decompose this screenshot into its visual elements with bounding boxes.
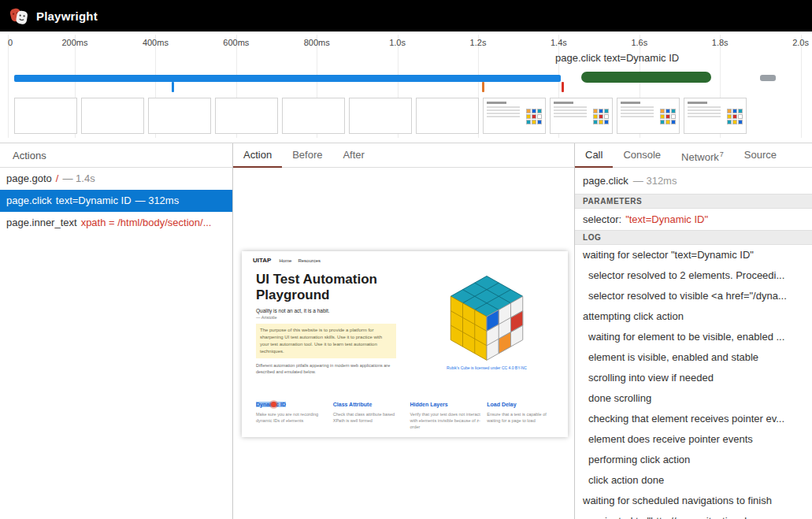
actions-list: page.goto/— 1.4spage.clicktext=Dynamic I… (0, 168, 232, 234)
call-tabs: CallConsoleNetwork7Source (575, 143, 812, 168)
timeline-event-marker[interactable] (482, 82, 484, 92)
filmstrip-thumbnail[interactable] (81, 98, 144, 134)
thumbnail-page-lines (621, 102, 657, 130)
dom-snapshot: UITAP HomeResources UI Test Automation P… (242, 251, 568, 437)
thumbnail-text-line (554, 116, 587, 117)
thumbnail-cube-cell (738, 120, 743, 124)
snapshot-tabs: ActionBeforeAfter (233, 143, 574, 168)
action-name: page.click (6, 195, 52, 206)
thumbnail-text-line (487, 109, 520, 111)
thumbnail-cube-cell (532, 109, 536, 113)
playground-link[interactable]: Load Delay (487, 402, 516, 407)
playground-link[interactable]: Hidden Layers (410, 402, 448, 407)
thumbnail-cube-cell (671, 114, 676, 119)
thumbnail-cube-cell (526, 120, 531, 124)
thumbnail-text-line (487, 113, 520, 114)
playground-link-card: Dynamic IDMake sure you are not recordin… (256, 395, 328, 431)
tab-console[interactable]: Console (613, 143, 671, 168)
thumbnail-cube-image (660, 109, 676, 124)
tab-after[interactable]: After (332, 143, 374, 168)
tab-before[interactable]: Before (282, 143, 332, 168)
playground-link-card: Load DelayEnsure that a test is capable … (487, 395, 558, 431)
touch-point-marker (271, 402, 276, 407)
cube-license-link[interactable]: Rubik's Cube is licensed under CC 4.0 BY… (447, 365, 527, 370)
filmstrip-thumbnail[interactable] (416, 98, 479, 134)
filmstrip-thumbnail[interactable] (617, 98, 680, 134)
thumbnail-text-line (688, 113, 721, 114)
thumbnail-text-line (621, 116, 654, 117)
log-section-header: LOG (575, 230, 812, 245)
filmstrip-thumbnail[interactable] (148, 98, 211, 134)
thumbnail-cube-cell (599, 109, 603, 113)
tab-source[interactable]: Source (734, 143, 787, 168)
tab-network[interactable]: Network7 (671, 143, 734, 168)
call-action-duration: — 312ms (633, 175, 677, 187)
timeline-tick-label: 1.6s (631, 38, 647, 47)
timeline-bar-page-click[interactable] (581, 72, 711, 83)
tab-call[interactable]: Call (575, 143, 613, 168)
thumbnail-cube-cell (537, 109, 542, 113)
actions-panel-title: Actions (0, 150, 46, 161)
timeline-tick-label: 400ms (143, 38, 169, 47)
playground-nav-link[interactable]: Resources (298, 258, 321, 263)
playground-nav: HomeResources (279, 258, 321, 263)
thumbnail-cube-cell (732, 114, 737, 119)
filmstrip-thumbnail[interactable] (14, 98, 77, 134)
thumbnail-cube-cell (593, 109, 598, 113)
playground-link[interactable]: Dynamic ID (256, 402, 286, 407)
thumbnail-cube-cell (604, 114, 609, 119)
actions-header: Actions (0, 143, 232, 168)
timeline-hover-label: page.click text=Dynamic ID (555, 52, 679, 64)
timeline-tick-label: 2.0s (792, 38, 809, 47)
log-row: done scrolling (575, 388, 812, 409)
action-duration: — 1.4s (62, 172, 95, 184)
timeline-tick-label: 600ms (223, 38, 249, 47)
tab-action[interactable]: Action (233, 143, 282, 168)
log-row: attempting click action (575, 306, 812, 327)
playground-nav-link[interactable]: Home (279, 258, 291, 263)
timeline-event-marker[interactable] (172, 82, 174, 92)
action-row[interactable]: page.goto/— 1.4s (0, 168, 232, 190)
filmstrip-thumbnail[interactable] (282, 98, 345, 134)
call-log: waiting for selector "text=Dynamic ID"se… (575, 245, 812, 519)
timeline-bar-page-inner-text[interactable] (760, 75, 776, 81)
timeline-bar-page-goto[interactable] (14, 75, 561, 82)
title-bar: Playwright (0, 0, 812, 32)
playground-brand[interactable]: UITAP (253, 257, 271, 264)
parameter-key: selector: (583, 213, 621, 225)
thumbnail-text-line (621, 109, 654, 111)
timeline-event-marker[interactable] (562, 82, 564, 92)
call-action-title: page.click— 312ms (575, 168, 812, 194)
log-row: click action done (575, 470, 812, 491)
filmstrip-thumbnail[interactable] (349, 98, 412, 134)
playground-navbar: UITAP HomeResources (242, 251, 568, 265)
call-action-name: page.click (583, 175, 628, 187)
snapshot-viewport: UITAP HomeResources UI Test Automation P… (233, 168, 574, 519)
action-selector: text=Dynamic ID (56, 195, 132, 206)
filmstrip-thumbnail[interactable] (550, 98, 613, 134)
timeline-tick-label: 1.8s (712, 38, 729, 47)
filmstrip-thumbnail[interactable] (215, 98, 278, 134)
playground-link-desc: Verify that your test does not interact … (410, 412, 482, 431)
log-row: element does receive pointer events (575, 429, 812, 450)
action-name: page.goto (6, 172, 52, 184)
log-row: selector resolved to 2 elements. Proceed… (575, 265, 812, 286)
thumbnail-cube-cell (537, 114, 542, 119)
log-row: waiting for selector "text=Dynamic ID" (575, 245, 812, 265)
thumbnail-cube-image (526, 109, 542, 124)
playground-link[interactable]: Class Attribute (333, 402, 373, 407)
thumbnail-cube-cell (738, 109, 743, 113)
filmstrip-thumbnail[interactable] (483, 98, 546, 134)
thumbnail-text-line (554, 113, 587, 114)
rubiks-cube-image (440, 269, 533, 365)
timeline[interactable]: page.click text=Dynamic ID 0200ms400ms60… (0, 32, 812, 143)
thumbnail-text-line (554, 109, 587, 111)
playground-quote-author: — Aristotle (256, 315, 413, 320)
snapshot-panel: ActionBeforeAfter UITAP HomeResources UI… (233, 143, 575, 519)
playwright-logo-icon (9, 6, 28, 25)
action-row[interactable]: page.inner_textxpath = /html/body/sectio… (0, 212, 232, 234)
filmstrip-thumbnail[interactable] (684, 98, 747, 134)
action-row[interactable]: page.clicktext=Dynamic ID— 312ms (0, 190, 232, 212)
thumbnail-page-lines (487, 102, 523, 130)
log-row: scrolling into view if needed (575, 368, 812, 388)
